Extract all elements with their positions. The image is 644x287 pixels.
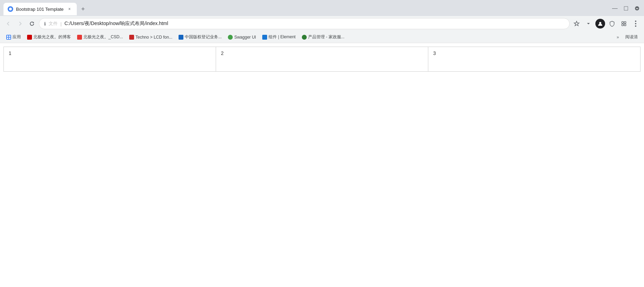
cell-3-label: 3 — [433, 50, 436, 56]
browser-chrome: Bootstrap 101 Template × + — ☐ ℹ 文件 — [0, 0, 644, 43]
grid-cell-2: 2 — [216, 47, 428, 71]
extension-puzzle-icon[interactable] — [619, 19, 629, 29]
svg-rect-4 — [624, 22, 626, 23]
bookmark-baidu-blog[interactable]: 北极光之夜。的博客 — [24, 33, 74, 41]
svg-rect-13 — [9, 38, 10, 39]
svg-rect-10 — [7, 35, 8, 37]
bookmark-apps[interactable]: 应用 — [3, 33, 24, 41]
bookmark-techno[interactable]: Techno > LCD fon... — [126, 33, 175, 41]
svg-rect-12 — [7, 38, 8, 39]
bookmark-label-csdn: 北极光之夜。_CSD... — [83, 34, 123, 40]
navigation-bar: ℹ 文件 | C:/Users/夜/Desktop/now/响应式布局/inde… — [0, 16, 644, 31]
bookmark-label-chanpin: 产品管理 - 家政服... — [308, 34, 345, 40]
cell-1-label: 1 — [9, 50, 11, 56]
address-info-icon: ℹ — [44, 21, 46, 26]
address-separator: 文件 — [49, 21, 58, 27]
bookmark-zhongguo[interactable]: 中国版权登记业务... — [176, 33, 224, 41]
bookmark-favicon-swagger — [228, 35, 233, 40]
more-bookmarks-button[interactable]: » — [614, 33, 622, 41]
grid-cell-3: 3 — [428, 47, 640, 71]
svg-rect-3 — [622, 22, 624, 23]
refresh-button[interactable] — [27, 19, 37, 29]
minimize-button[interactable]: — — [611, 5, 618, 12]
bookmark-favicon-zhongguo — [179, 35, 183, 40]
cell-2-label: 2 — [221, 50, 224, 56]
bookmark-chanpin[interactable]: 产品管理 - 家政服... — [299, 33, 347, 41]
profile-avatar[interactable] — [595, 19, 605, 29]
svg-rect-5 — [622, 24, 624, 26]
svg-rect-6 — [624, 24, 626, 26]
page-content: 1 2 3 — [0, 43, 644, 75]
bookmark-favicon-apps — [6, 35, 11, 40]
bookmark-favicon-techno — [129, 35, 134, 40]
nav-actions — [572, 19, 641, 29]
bookmark-label-techno: Techno > LCD fon... — [135, 35, 172, 40]
title-bar: Bootstrap 101 Template × + — ☐ — [0, 0, 644, 16]
bookmark-star-button[interactable] — [572, 19, 581, 29]
address-text: C:/Users/夜/Desktop/now/响应式布局/index.html — [64, 21, 564, 27]
bookmark-label-swagger: Swagger UI — [234, 35, 256, 40]
close-window-button[interactable] — [634, 5, 641, 12]
svg-point-1 — [635, 6, 639, 10]
bookmark-label-apps: 应用 — [13, 34, 21, 40]
bookmark-favicon-baidu — [27, 35, 32, 40]
svg-point-0 — [9, 8, 12, 10]
svg-rect-11 — [9, 35, 10, 37]
bookmark-label-zhongguo: 中国版权登记业务... — [185, 34, 222, 40]
bookmarks-bar: 应用 北极光之夜。的博客 北极光之夜。_CSD... Techno > LCD … — [0, 31, 644, 43]
forward-button[interactable] — [15, 19, 25, 29]
back-button[interactable] — [3, 19, 13, 29]
bookmark-swagger[interactable]: Swagger UI — [225, 33, 259, 41]
bookmark-favicon-element — [262, 35, 267, 40]
svg-point-7 — [635, 21, 636, 22]
bookmark-csdn[interactable]: 北极光之夜。_CSD... — [74, 33, 126, 41]
chrome-more-menu[interactable] — [631, 19, 641, 29]
bookmark-label-baidu: 北极光之夜。的博客 — [33, 34, 71, 40]
grid-cell-1: 1 — [4, 47, 216, 71]
svg-point-9 — [635, 25, 636, 27]
bookmark-favicon-chanpin — [302, 35, 307, 40]
grid-container: 1 2 3 — [3, 47, 641, 72]
maximize-button[interactable]: ☐ — [622, 5, 629, 12]
bookmark-label-reading: 阅读清 — [625, 34, 638, 40]
bookmark-reading[interactable]: 阅读清 — [622, 33, 641, 41]
tab-close-button[interactable]: × — [66, 6, 73, 12]
address-bar[interactable]: ℹ 文件 | C:/Users/夜/Desktop/now/响应式布局/inde… — [39, 18, 570, 29]
svg-point-8 — [635, 23, 636, 24]
shield-icon[interactable] — [607, 19, 617, 29]
window-controls: — ☐ — [611, 5, 641, 13]
bookmark-label-element: 组件 | Element — [269, 34, 296, 40]
tab-bar: Bootstrap 101 Template × + — [3, 3, 611, 15]
bookmark-element[interactable]: 组件 | Element — [259, 33, 298, 41]
new-tab-button[interactable]: + — [78, 4, 88, 14]
tab-title: Bootstrap 101 Template — [16, 7, 64, 12]
tab-favicon — [8, 6, 13, 12]
bookmark-favicon-csdn — [77, 35, 82, 40]
chrome-menu-down-button[interactable] — [584, 19, 593, 29]
active-tab[interactable]: Bootstrap 101 Template × — [3, 3, 77, 15]
address-pipe: | — [60, 21, 61, 26]
